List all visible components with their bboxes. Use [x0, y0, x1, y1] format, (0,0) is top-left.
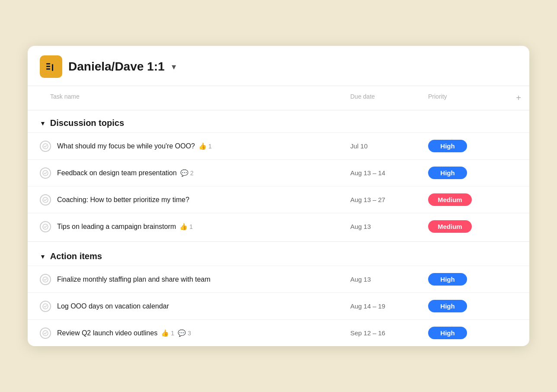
section-header-discussion: ▼ Discussion topics	[28, 110, 529, 132]
svg-rect-3	[52, 64, 53, 71]
table-row: Coaching: How to better prioritize my ti…	[28, 186, 529, 213]
task-name-text: Finalize monthly staffing plan and share…	[57, 276, 211, 283]
section-collapse-action[interactable]: ▼	[40, 253, 46, 260]
svg-rect-2	[46, 68, 50, 70]
due-date-cell: Sep 12 – 16	[343, 323, 421, 343]
add-column-button[interactable]: +	[508, 90, 529, 106]
priority-cell: Medium	[421, 187, 508, 212]
priority-cell: High	[421, 267, 508, 292]
svg-rect-1	[46, 66, 50, 67]
thumb-count: 1	[171, 330, 174, 337]
priority-cell: High	[421, 294, 508, 318]
col-due-date: Due date	[343, 90, 421, 106]
thumb-count: 1	[189, 223, 193, 230]
section-header-action: ▼ Action items	[28, 244, 529, 266]
col-priority: Priority	[421, 90, 508, 106]
table-row: Review Q2 launch video outlines 👍1💬3 Sep…	[28, 319, 529, 346]
task-name-text: Feedback on design team presentation 💬2	[57, 169, 193, 177]
table-row: Feedback on design team presentation 💬2 …	[28, 159, 529, 186]
due-date-cell: Aug 13	[343, 217, 421, 236]
row-add-col	[508, 167, 529, 179]
priority-cell: High	[421, 321, 508, 345]
task-name-cell: Finalize monthly staffing plan and share…	[28, 268, 343, 291]
table-row: What should my focus be while you're OOO…	[28, 132, 529, 159]
row-add-col	[508, 273, 529, 286]
comment-badge[interactable]: 💬2	[180, 169, 194, 177]
task-name-cell: Coaching: How to better prioritize my ti…	[28, 188, 343, 212]
due-date-cell: Aug 13 – 14	[343, 163, 421, 183]
comment-count: 2	[190, 170, 194, 177]
task-check-0-2[interactable]	[40, 194, 51, 206]
task-check-1-2[interactable]	[40, 328, 51, 339]
due-date-cell: Aug 14 – 19	[343, 296, 421, 316]
priority-badge[interactable]: High	[428, 327, 467, 339]
thumb-badge[interactable]: 👍1	[179, 223, 193, 231]
section-divider	[28, 241, 529, 242]
task-name-cell: Review Q2 launch video outlines 👍1💬3	[28, 321, 343, 345]
priority-badge[interactable]: High	[428, 140, 467, 152]
row-add-col	[508, 221, 529, 233]
task-name-text: Coaching: How to better prioritize my ti…	[57, 196, 189, 204]
priority-cell: Medium	[421, 214, 508, 239]
section-collapse-discussion[interactable]: ▼	[40, 120, 46, 127]
row-add-col	[508, 140, 529, 152]
table-row: Finalize monthly staffing plan and share…	[28, 266, 529, 292]
header: Daniela/Dave 1:1 ▾	[28, 46, 529, 86]
due-date-cell: Aug 13	[343, 270, 421, 289]
svg-rect-0	[46, 63, 50, 64]
task-name-text: What should my focus be while you're OOO…	[57, 142, 212, 150]
row-add-col	[508, 194, 529, 206]
table-row: Log OOO days on vacation calendar Aug 14…	[28, 292, 529, 319]
thumb-count: 1	[208, 143, 212, 150]
task-check-0-0[interactable]	[40, 141, 51, 152]
priority-badge[interactable]: Medium	[428, 193, 472, 206]
task-check-0-3[interactable]	[40, 221, 51, 232]
comment-badge[interactable]: 💬3	[178, 329, 191, 337]
task-name-cell: Log OOO days on vacation calendar	[28, 295, 343, 318]
priority-cell: High	[421, 161, 508, 185]
task-name-text: Review Q2 launch video outlines 👍1💬3	[57, 329, 191, 337]
task-name-text: Log OOO days on vacation calendar	[57, 302, 169, 310]
due-date-cell: Aug 13 – 27	[343, 190, 421, 209]
task-name-text: Tips on leading a campaign brainstorm 👍1	[57, 223, 193, 231]
page-title: Daniela/Dave 1:1	[68, 60, 165, 74]
thumb-badge[interactable]: 👍1	[198, 142, 212, 150]
section-title-action: Action items	[50, 251, 102, 261]
main-card: Daniela/Dave 1:1 ▾ Task name Due date Pr…	[28, 46, 529, 346]
priority-badge[interactable]: High	[428, 167, 467, 179]
sections-container: ▼ Discussion topics What should my focus…	[28, 110, 529, 346]
task-check-1-0[interactable]	[40, 274, 51, 285]
task-name-cell: Feedback on design team presentation 💬2	[28, 161, 343, 185]
priority-badge[interactable]: Medium	[428, 220, 472, 233]
thumb-badge[interactable]: 👍1	[161, 329, 174, 337]
task-name-cell: What should my focus be while you're OOO…	[28, 135, 343, 158]
row-add-col	[508, 327, 529, 339]
comment-count: 3	[188, 330, 191, 337]
row-add-col	[508, 300, 529, 312]
table-row: Tips on leading a campaign brainstorm 👍1…	[28, 213, 529, 240]
logo-icon	[40, 55, 62, 78]
title-dropdown-icon[interactable]: ▾	[172, 61, 176, 72]
due-date-cell: Jul 10	[343, 136, 421, 156]
section-title-discussion: Discussion topics	[50, 118, 124, 128]
table-header: Task name Due date Priority +	[28, 86, 529, 110]
task-check-0-1[interactable]	[40, 167, 51, 179]
task-check-1-1[interactable]	[40, 301, 51, 312]
col-task-name: Task name	[28, 90, 343, 106]
priority-badge[interactable]: High	[428, 300, 467, 312]
priority-cell: High	[421, 134, 508, 158]
task-name-cell: Tips on leading a campaign brainstorm 👍1	[28, 215, 343, 238]
priority-badge[interactable]: High	[428, 273, 467, 286]
